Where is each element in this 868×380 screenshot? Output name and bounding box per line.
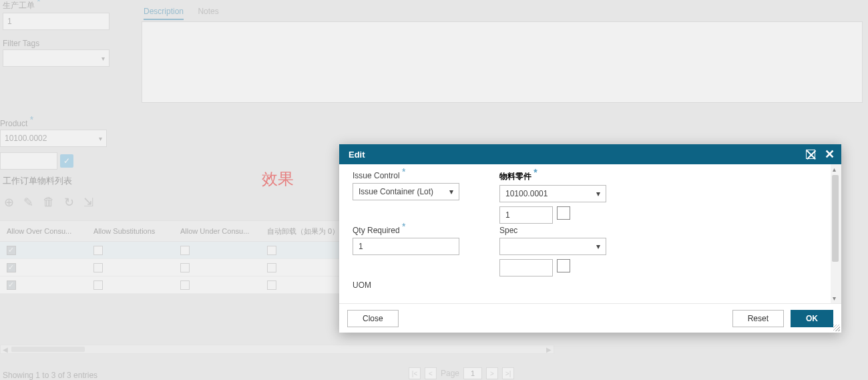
caret-down-icon: ▾ (596, 189, 600, 198)
modal-vertical-scrollbar[interactable]: ▴ ▾ (831, 164, 841, 303)
qty-required-input[interactable]: 1 (353, 238, 459, 255)
material-sub-input[interactable]: 1 (499, 206, 553, 224)
spec-dropdown[interactable]: ▾ (499, 238, 606, 255)
spec-label: Spec (499, 226, 606, 235)
caret-down-icon: ▾ (449, 187, 453, 196)
scroll-thumb[interactable] (832, 175, 839, 262)
material-dropdown[interactable]: 10100.0001▾ (499, 185, 606, 202)
close-button[interactable]: Close (347, 310, 399, 327)
issue-control-label: Issue Control * (353, 171, 459, 180)
ok-button[interactable]: OK (791, 310, 833, 327)
material-label: 物料零件 * (499, 171, 606, 182)
qty-required-label: Qty Required * (353, 226, 459, 235)
material-sub-checkbox[interactable] (557, 206, 570, 220)
scroll-down-icon[interactable]: ▾ (833, 295, 836, 302)
edit-modal: Edit ✕ Issue Control * Issue Container (… (339, 144, 841, 333)
caret-down-icon: ▾ (596, 242, 600, 251)
resize-handle-icon[interactable] (833, 325, 840, 331)
uom-label: UOM (353, 280, 371, 290)
spec-sub-checkbox[interactable] (557, 259, 570, 272)
close-icon[interactable]: ✕ (825, 148, 835, 160)
spec-sub-input[interactable] (499, 259, 553, 276)
scroll-up-icon[interactable]: ▴ (833, 166, 836, 173)
modal-title: Edit (349, 150, 365, 160)
expand-icon[interactable] (806, 150, 815, 159)
issue-control-dropdown[interactable]: Issue Container (Lot)▾ (353, 183, 459, 200)
reset-button[interactable]: Reset (732, 310, 784, 327)
